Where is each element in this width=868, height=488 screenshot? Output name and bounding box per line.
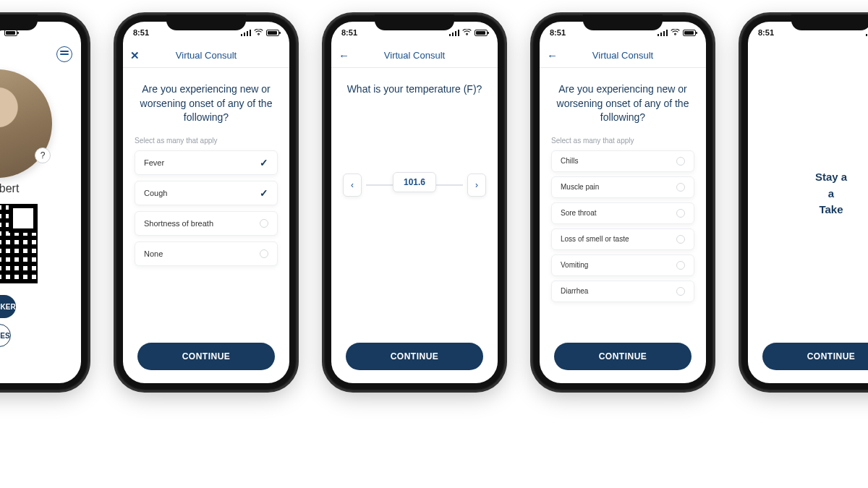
phone-profile: ctWell ? Lambert CHECKER JRCES — [0, 14, 88, 390]
symptom-option[interactable]: Loss of smell or taste — [551, 228, 694, 250]
symptom-option[interactable]: Chills — [551, 150, 694, 172]
option-label: Fever — [144, 158, 164, 167]
option-label: None — [144, 249, 163, 258]
back-icon[interactable]: ← — [547, 49, 558, 61]
phone-temperature: 8:51 ← Virtual Consult What is your temp… — [324, 14, 505, 390]
notch — [166, 14, 246, 30]
checkmark-icon: ✓ — [260, 187, 268, 199]
phone-row: ctWell ? Lambert CHECKER JRCES 8:51 — [0, 14, 868, 390]
wifi-icon — [462, 29, 472, 36]
resources-button[interactable]: JRCES — [0, 324, 11, 347]
radio-indicator — [676, 157, 685, 166]
status-time: 8:51 — [341, 28, 357, 37]
option-label: Loss of smell or taste — [561, 235, 629, 243]
stepper-decrement[interactable]: ‹ — [343, 174, 362, 197]
symptom-option[interactable]: Vomiting — [551, 254, 694, 276]
radio-indicator — [260, 219, 268, 228]
stepper-increment[interactable]: › — [467, 174, 486, 197]
battery-icon — [266, 30, 279, 36]
symptom-option[interactable]: Sore throat — [551, 202, 694, 224]
radio-indicator — [676, 183, 685, 192]
symptom-option[interactable]: Fever✓ — [135, 150, 278, 175]
stepper-value: 101.6 — [393, 172, 436, 192]
phone-symptoms-2: 8:51 ← Virtual Consult Are you experienc… — [532, 14, 713, 390]
temperature-stepper: ‹ 101.6 › — [343, 174, 486, 197]
radio-indicator — [676, 261, 685, 270]
continue-button[interactable]: CONTINUE — [346, 343, 483, 370]
symptom-option[interactable]: Diarrhea — [551, 281, 694, 302]
signal-icon — [449, 30, 459, 36]
wifi-icon — [254, 29, 263, 36]
option-label: Diarrhea — [561, 287, 588, 295]
battery-icon — [683, 30, 696, 36]
wifi-icon — [671, 29, 680, 36]
option-label: Sore throat — [561, 209, 596, 217]
option-label: Vomiting — [561, 261, 588, 269]
user-name: Lambert — [0, 182, 19, 195]
radio-indicator — [676, 287, 685, 296]
status-time: 8:51 — [550, 28, 566, 37]
symptom-option[interactable]: Muscle pain — [551, 176, 694, 198]
symptom-option[interactable]: Shortness of breath — [135, 211, 278, 236]
symptom-option[interactable]: None — [135, 241, 278, 266]
symptom-option[interactable]: Cough✓ — [135, 181, 278, 205]
battery-icon — [475, 30, 488, 36]
app-header: ✕ Virtual Consult — [123, 43, 289, 68]
advice-text: Stay a a Take — [760, 53, 868, 218]
back-icon[interactable]: ← — [339, 49, 349, 61]
question-text: What is your temperature (F)? — [343, 78, 486, 108]
radio-indicator — [676, 235, 685, 244]
close-icon[interactable]: ✕ — [130, 49, 140, 62]
option-label: Shortness of breath — [144, 219, 213, 228]
header-title: Virtual Consult — [176, 50, 237, 61]
hint-text: Select as many that apply — [551, 137, 694, 145]
header-title: Virtual Consult — [592, 50, 653, 61]
question-text: Are you experiencing new or worsening on… — [135, 78, 278, 137]
question-text: Are you experiencing new or worsening on… — [551, 78, 694, 137]
continue-button[interactable]: CONTINUE — [137, 343, 275, 370]
app-header: ← Virtual Consult — [331, 43, 498, 68]
help-button[interactable]: ? — [35, 147, 51, 163]
signal-icon — [658, 30, 668, 36]
phone-advice: 8:51 Stay a a Take CONTINUE — [741, 14, 868, 390]
app-header: ← Virtual Consult — [540, 43, 706, 68]
stepper-track[interactable]: 101.6 — [366, 184, 463, 186]
qr-code — [0, 204, 38, 283]
notch — [791, 14, 868, 30]
radio-indicator — [676, 209, 685, 218]
notch — [0, 14, 38, 30]
status-time: 8:51 — [758, 28, 774, 37]
avatar: ? — [0, 69, 52, 178]
option-label: Cough — [144, 189, 167, 197]
hint-text: Select as many that apply — [135, 137, 278, 145]
status-time: 8:51 — [133, 28, 149, 37]
notch — [375, 14, 454, 30]
option-label: Muscle pain — [561, 183, 599, 191]
checkmark-icon: ✓ — [260, 157, 268, 168]
header-title: Virtual Consult — [384, 50, 445, 61]
radio-indicator — [260, 249, 268, 258]
notch — [583, 14, 663, 30]
signal-icon — [241, 30, 251, 36]
option-label: Chills — [561, 157, 578, 165]
phone-symptoms-1: 8:51 ✕ Virtual Consult Are you experienc… — [116, 14, 297, 390]
chat-icon[interactable] — [56, 46, 72, 62]
continue-button[interactable]: CONTINUE — [762, 343, 868, 370]
continue-button[interactable]: CONTINUE — [554, 343, 692, 370]
symptom-checker-button[interactable]: CHECKER — [0, 295, 16, 318]
